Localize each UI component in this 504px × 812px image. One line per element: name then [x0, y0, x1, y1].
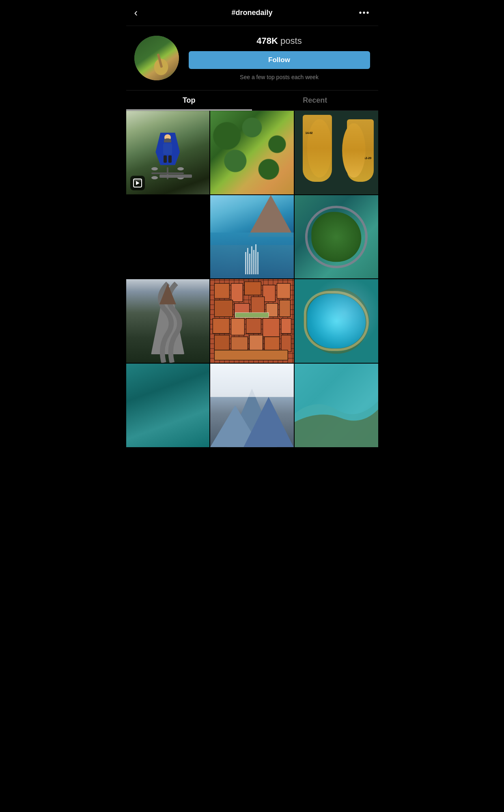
profile-info: 478K posts Follow See a few top posts ea… — [189, 36, 370, 80]
grid-item-1[interactable] — [126, 111, 210, 194]
grid-item-9[interactable] — [126, 364, 210, 447]
grid-item-10[interactable] — [210, 364, 294, 447]
svg-rect-10 — [213, 319, 229, 334]
svg-rect-15 — [214, 335, 229, 350]
grid-item-2[interactable] — [210, 111, 294, 194]
svg-rect-20 — [214, 350, 288, 360]
posts-count: 478K posts — [189, 36, 370, 46]
svg-rect-4 — [277, 284, 291, 299]
profile-section: 478K posts Follow See a few top posts ea… — [126, 26, 378, 90]
back-button[interactable]: ‹ — [134, 6, 152, 19]
svg-rect-2 — [244, 282, 261, 295]
svg-rect-9 — [280, 300, 291, 317]
video-icon-frame — [133, 179, 142, 187]
avatar — [134, 36, 179, 80]
tabs-nav: Top Recent — [126, 90, 378, 111]
svg-rect-3 — [263, 285, 276, 302]
svg-rect-1 — [231, 284, 243, 302]
page-title: #dronedaily — [152, 9, 352, 17]
follow-button[interactable]: Follow — [189, 51, 370, 69]
avatar-image — [134, 36, 179, 80]
svg-rect-14 — [281, 319, 291, 334]
photo-grid: 14-02 12-20 — [126, 111, 378, 447]
svg-rect-0 — [214, 284, 229, 299]
grid-item-3[interactable]: 14-02 12-20 — [295, 111, 378, 194]
tab-recent[interactable]: Recent — [252, 90, 378, 110]
follow-hint: See a few top posts each week — [189, 74, 370, 80]
svg-rect-17 — [250, 335, 263, 352]
svg-rect-21 — [235, 313, 269, 318]
svg-rect-5 — [214, 300, 233, 317]
grid-item-4[interactable] — [210, 195, 294, 279]
tab-top[interactable]: Top — [126, 90, 252, 110]
svg-rect-12 — [246, 319, 261, 334]
grid-item-8[interactable] — [295, 279, 378, 363]
video-icon — [130, 176, 145, 190]
svg-rect-25 — [210, 364, 294, 397]
header: ‹ #dronedaily ••• — [126, 0, 378, 26]
play-icon — [136, 181, 140, 185]
svg-rect-18 — [265, 337, 280, 350]
svg-rect-16 — [231, 337, 248, 350]
grid-item-11[interactable] — [295, 364, 378, 447]
grid-item-7[interactable] — [210, 279, 294, 363]
svg-rect-13 — [263, 319, 280, 337]
grid-item-6[interactable] — [126, 279, 210, 363]
grid-item-5[interactable] — [295, 195, 378, 279]
svg-rect-11 — [231, 319, 245, 335]
more-options-button[interactable]: ••• — [352, 8, 370, 17]
svg-rect-19 — [281, 335, 291, 352]
